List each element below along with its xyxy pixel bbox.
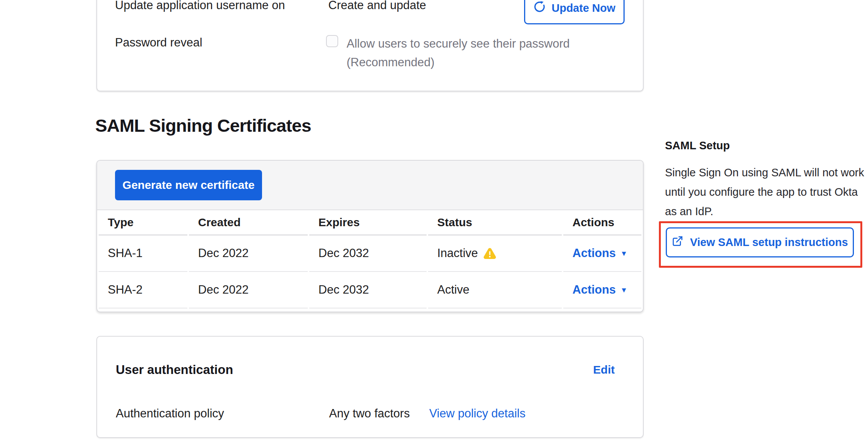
edit-link[interactable]: Edit <box>593 363 615 376</box>
certificates-table: Type Created Expires Status Actions SHA-… <box>97 210 643 308</box>
warning-icon <box>483 247 496 260</box>
cert-status-cell: Inactive <box>428 235 562 272</box>
view-policy-details-link[interactable]: View policy details <box>429 407 526 420</box>
column-header-status: Status <box>428 210 562 235</box>
status-text: Inactive <box>437 246 478 260</box>
external-link-icon <box>672 235 683 249</box>
password-reveal-checkbox-label: Allow users to securely see their passwo… <box>347 34 630 72</box>
refresh-icon <box>533 1 545 16</box>
column-header-type: Type <box>99 210 187 235</box>
password-reveal-checkbox[interactable] <box>326 35 338 47</box>
saml-setup-description: Single Sign On using SAML will not work … <box>665 163 868 221</box>
user-authentication-card: User authentication Edit Authentication … <box>96 336 644 438</box>
cert-type-cell: SHA-2 <box>99 272 187 308</box>
okta-app-settings-screen: Update application username on Create an… <box>0 0 868 441</box>
chevron-down-icon: ▼ <box>620 249 628 258</box>
table-row: SHA-2 Dec 2022 Dec 2032 Active Actions ▼ <box>99 272 641 308</box>
saml-setup-title: SAML Setup <box>665 139 730 152</box>
status-text: Active <box>437 283 469 297</box>
chevron-down-icon: ▼ <box>620 286 628 294</box>
view-saml-setup-label: View SAML setup instructions <box>690 236 848 249</box>
view-saml-setup-instructions-button[interactable]: View SAML setup instructions <box>666 227 854 257</box>
column-header-actions: Actions <box>563 210 641 235</box>
cert-expires-cell: Dec 2032 <box>309 235 427 272</box>
user-authentication-title: User authentication <box>116 363 233 377</box>
cert-expires-cell: Dec 2032 <box>309 272 427 308</box>
certificates-toolbar: Generate new certificate <box>97 161 643 210</box>
actions-dropdown[interactable]: Actions ▼ <box>572 283 628 297</box>
cert-created-cell: Dec 2022 <box>189 235 308 272</box>
column-header-expires: Expires <box>309 210 427 235</box>
actions-dropdown[interactable]: Actions ▼ <box>572 246 628 260</box>
update-now-button[interactable]: Update Now <box>524 0 625 24</box>
page-title: SAML Signing Certificates <box>95 115 311 136</box>
cert-actions-cell: Actions ▼ <box>563 235 641 272</box>
table-header-row: Type Created Expires Status Actions <box>99 210 641 235</box>
authentication-policy-value: Any two factors <box>329 407 410 420</box>
column-header-created: Created <box>189 210 308 235</box>
table-row: SHA-1 Dec 2022 Dec 2032 Inactive <box>99 235 641 272</box>
update-username-value: Create and update <box>328 0 426 12</box>
cert-actions-cell: Actions ▼ <box>563 272 641 308</box>
generate-certificate-button[interactable]: Generate new certificate <box>115 170 262 200</box>
saml-certificates-card: Generate new certificate Type Created Ex… <box>96 160 644 312</box>
cert-status-cell: Active <box>428 272 562 308</box>
update-now-label: Update Now <box>551 2 615 14</box>
cert-type-cell: SHA-1 <box>99 235 187 272</box>
cert-created-cell: Dec 2022 <box>189 272 308 308</box>
authentication-policy-label: Authentication policy <box>116 407 224 420</box>
password-reveal-label: Password reveal <box>115 36 202 50</box>
update-username-label: Update application username on <box>115 0 285 12</box>
